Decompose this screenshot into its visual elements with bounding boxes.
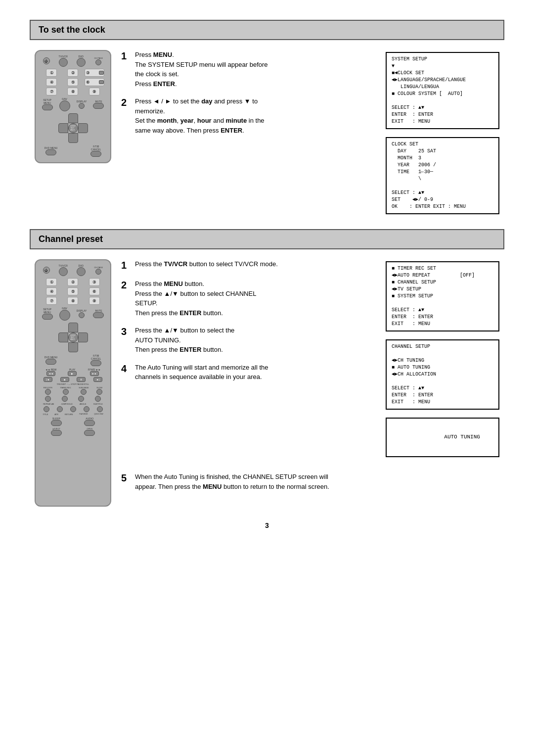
display-btn-2[interactable] [79, 312, 85, 318]
next-btn[interactable]: ►| [93, 377, 102, 382]
channel-section-header: Channel preset [30, 229, 504, 249]
dpad-left[interactable] [58, 123, 68, 133]
clock-screen2: CLOCK SET DAY 25 SAT MONTH 3 YEAR 2006 /… [386, 137, 499, 214]
chpage-btn[interactable] [95, 59, 101, 65]
zeroav-btn-2[interactable] [59, 310, 70, 321]
ch-step5-text: When the Auto Tuning is finished, the CH… [135, 472, 329, 491]
ftb-cancel-btn-2[interactable] [90, 360, 101, 366]
setup-menu-btn[interactable] [42, 104, 53, 110]
dpad-down-2[interactable] [68, 342, 78, 352]
tvvcr-btn[interactable] [59, 58, 68, 67]
clock-steps-and-screens: 1 Press MENU. The SYSTEM SETUP menu will… [121, 50, 499, 214]
num4-btn[interactable]: ④ [46, 78, 57, 86]
num8-btn[interactable]: ⑧ [67, 88, 78, 95]
sleep-btn[interactable] [51, 420, 62, 426]
num4-btn-2[interactable]: ④ [46, 287, 57, 295]
dvd-btn-2[interactable] [77, 267, 86, 276]
prev-btn[interactable]: |◄ [44, 377, 52, 382]
channel-screens: ■ TIMER REC SET ◄►AUTO REPEAT [OFF] ■ CH… [386, 259, 499, 457]
clock-steps: 1 Press MENU. The SYSTEM SETUP menu will… [121, 50, 376, 214]
ch-step2-num: 2 [121, 279, 131, 318]
ffwd-btn[interactable]: ►► [90, 371, 99, 376]
remote-control-1: ⏻ TV/VCR DVD CH PAGE ① ② ③ [35, 50, 111, 163]
recotr-btn[interactable] [45, 389, 51, 395]
clock-screens: SYSTEM SETUP ▼ ■◄CLOCK SET ◄►LANGUAGE/SP… [386, 50, 499, 214]
num5-btn-2[interactable]: ⑤ [67, 287, 78, 295]
remote-control-2: ⏻ TV/VCR DVD CH PAGE ① ② ③ [35, 259, 111, 507]
page-number: 3 [30, 521, 504, 529]
num3-btn-2[interactable]: ③ [89, 278, 100, 286]
dpad-left-2[interactable] [58, 332, 68, 342]
step2-num: 2 [121, 96, 131, 135]
num9-btn-2[interactable]: ⑨ [89, 297, 100, 305]
power-btn[interactable]: ⏻ [43, 57, 50, 64]
num7-btn[interactable]: ⑦ [46, 88, 57, 95]
chpage-btn-2[interactable] [95, 269, 101, 275]
dpad-up-2[interactable] [68, 323, 78, 332]
jump-hold-btn[interactable] [62, 396, 68, 402]
channel-screen2: CHANNEL SETUP ◄►CH TUNING ■ AUTO TUNING … [386, 339, 499, 410]
page-num-text: 3 [265, 521, 269, 529]
channel-steps: 1 Press the TV/VCR button to select TV/V… [121, 259, 376, 457]
repeat-ab-btn[interactable] [45, 396, 51, 402]
ch-step3-num: 3 [121, 326, 131, 355]
dpad-right-2[interactable] [78, 332, 88, 342]
display-btn[interactable] [79, 103, 85, 109]
dpad-2[interactable]: ENTERTEXTMULTI [58, 323, 88, 352]
stop-btn[interactable]: ■ [60, 377, 69, 382]
dpad-down[interactable] [68, 133, 78, 143]
tvvcr-btn-2[interactable] [59, 267, 68, 276]
power-btn-2[interactable]: ⏻ [43, 267, 50, 274]
num2-btn[interactable]: ② [67, 69, 78, 77]
audio-btn[interactable] [84, 420, 95, 426]
num9-btn[interactable]: ⑨ [89, 88, 100, 95]
dvdmenu-btn-2[interactable] [45, 359, 56, 365]
slow-btn[interactable] [96, 389, 102, 395]
num2-btn-2[interactable]: ② [67, 278, 78, 286]
zeroav-btn[interactable] [59, 100, 70, 111]
pause-still-btn[interactable]: ⏸ [77, 377, 86, 382]
playmode-btn[interactable] [84, 406, 89, 412]
num8-btn-2[interactable]: ⑧ [67, 297, 78, 305]
mute-btn[interactable] [93, 103, 104, 109]
ch-step5-num: 5 [121, 472, 131, 491]
setup-menu-btn-2[interactable] [42, 314, 53, 320]
title-btn[interactable] [44, 406, 49, 412]
quickview-btn[interactable] [97, 406, 103, 412]
subpage-btn[interactable] [81, 389, 87, 395]
timerrec-btn[interactable] [63, 389, 69, 395]
ftb-cancel-btn[interactable] [90, 151, 101, 157]
step1-text: Press MENU. The SYSTEM SETUP menu will a… [135, 50, 268, 89]
dvdmenu-btn[interactable] [45, 149, 56, 155]
dpad-enter[interactable]: ENTERTEXTMULTI [68, 123, 78, 133]
ch-step4-num: 4 [121, 363, 131, 382]
angle-btn[interactable] [78, 396, 84, 402]
num6-btn[interactable]: ⑥ [85, 78, 104, 86]
atr-btn[interactable] [57, 406, 63, 412]
rew-btn[interactable]: ◄◄ [46, 371, 55, 376]
channel-title: Channel preset [39, 234, 103, 244]
dpad-enter-2[interactable]: ENTERTEXTMULTI [68, 332, 78, 342]
channel-step4: 4 The Auto Tuning will start and memoriz… [121, 363, 376, 382]
play-btn[interactable]: ▶ [68, 371, 77, 376]
dpad[interactable]: ENTERTEXTMULTI [58, 113, 88, 143]
ch-step1-text: Press the TV/VCR button to select TV/VCR… [135, 259, 278, 271]
open-btn[interactable] [84, 430, 95, 436]
mute-btn-2[interactable] [93, 312, 104, 318]
channel-screen3: AUTO TUNING [386, 418, 499, 457]
clock-content: ⏻ TV/VCR DVD CH PAGE ① ② ③ [30, 50, 504, 214]
ch-step3-text: Press the ▲/▼ button to select the AUTO … [135, 326, 234, 355]
num6-btn-2[interactable]: ⑥ [89, 287, 100, 295]
num1-btn-2[interactable]: ① [46, 278, 57, 286]
dpad-up[interactable] [68, 113, 78, 123]
dvd-btn[interactable] [77, 58, 86, 67]
num5-btn[interactable]: ⑤ [67, 78, 78, 86]
eject-btn[interactable] [51, 430, 62, 436]
dpad-right[interactable] [78, 123, 88, 133]
subtitle-btn[interactable] [95, 396, 101, 402]
num7-btn-2[interactable]: ⑦ [46, 297, 57, 305]
num1-btn[interactable]: ① [46, 69, 57, 77]
num3-btn[interactable]: ③ [85, 69, 104, 77]
return-btn[interactable] [70, 406, 76, 412]
clock-screen1: SYSTEM SETUP ▼ ■◄CLOCK SET ◄►LANGUAGE/SP… [386, 52, 499, 129]
